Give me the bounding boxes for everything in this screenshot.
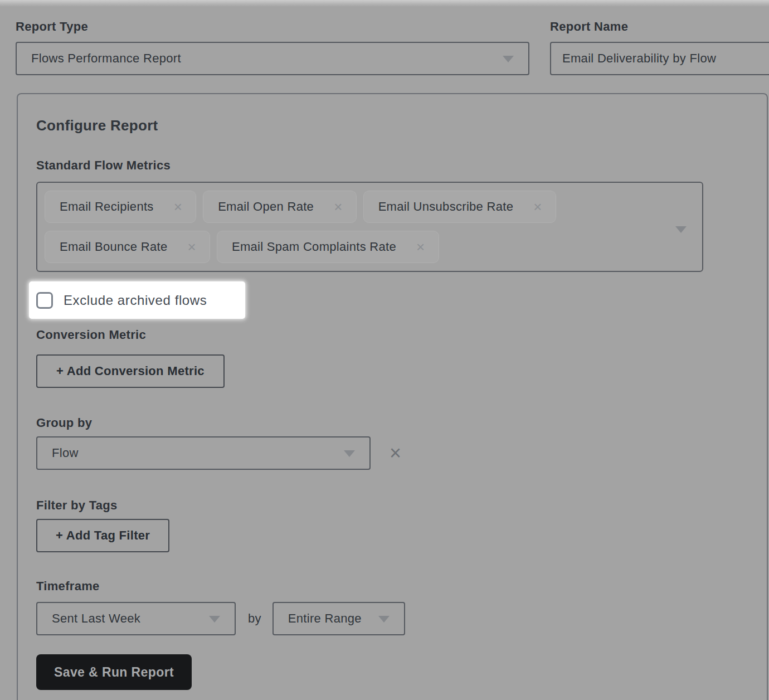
group-by-row: Flow × <box>36 436 767 470</box>
metric-chip-row: Email Recipients×Email Open Rate×Email U… <box>45 191 641 223</box>
dimmed-report-builder-page: { "report_type": { "label": "Report Type… <box>0 0 769 700</box>
chevron-down-icon <box>344 450 355 457</box>
remove-chip-icon[interactable]: × <box>187 240 196 254</box>
standard-flow-metrics-label: Standard Flow Metrics <box>36 158 767 173</box>
group-by-value: Flow <box>52 446 79 460</box>
chevron-down-icon <box>503 56 514 62</box>
filter-by-tags-label: Filter by Tags <box>36 498 767 513</box>
configure-report-title: Configure Report <box>36 116 767 134</box>
exclude-archived-checkbox[interactable] <box>36 292 53 309</box>
metric-chip-label: Email Bounce Rate <box>60 240 167 254</box>
remove-chip-icon[interactable]: × <box>416 240 425 254</box>
metric-chip-label: Email Unsubscribe Rate <box>378 200 514 214</box>
chevron-down-icon <box>209 616 220 623</box>
metric-chip: Email Spam Complaints Rate× <box>217 231 439 263</box>
metric-chip-label: Email Spam Complaints Rate <box>232 240 396 254</box>
report-type-value: Flows Performance Report <box>31 51 181 66</box>
report-type-label: Report Type <box>16 19 529 34</box>
standard-flow-metrics-multiselect[interactable]: Email Recipients×Email Open Rate×Email U… <box>36 182 703 272</box>
exclude-archived-highlight: Exclude archived flows <box>29 281 245 319</box>
add-tag-filter-button[interactable]: + Add Tag Filter <box>36 519 169 552</box>
conversion-metric-label: Conversion Metric <box>36 327 767 342</box>
group-by-select[interactable]: Flow <box>36 436 371 470</box>
timeframe-select[interactable]: Sent Last Week <box>36 602 236 635</box>
report-type-field: Report Type Flows Performance Report <box>16 19 529 75</box>
remove-chip-icon[interactable]: × <box>334 200 342 214</box>
metric-chip: Email Unsubscribe Rate× <box>363 191 556 223</box>
remove-chip-icon[interactable]: × <box>533 200 542 214</box>
timeframe-by-text: by <box>248 611 261 626</box>
metric-chip-label: Email Recipients <box>60 200 154 214</box>
report-name-field: Report Name <box>550 19 769 75</box>
timeframe-label: Timeframe <box>36 579 767 594</box>
granularity-select[interactable]: Entire Range <box>272 602 405 635</box>
chevron-down-icon <box>378 616 390 623</box>
timeframe-row: Sent Last Week by Entire Range <box>36 602 767 635</box>
add-conversion-metric-button[interactable]: + Add Conversion Metric <box>36 354 225 388</box>
remove-chip-icon[interactable]: × <box>174 200 182 214</box>
remove-group-by-icon[interactable]: × <box>390 443 401 463</box>
metric-chip: Email Open Rate× <box>203 191 357 223</box>
save-run-report-button[interactable]: Save & Run Report <box>36 654 192 690</box>
configure-report-panel: Configure Report Standard Flow Metrics E… <box>17 93 768 700</box>
granularity-value: Entire Range <box>288 611 362 626</box>
group-by-label: Group by <box>36 415 767 430</box>
report-name-input[interactable] <box>550 42 769 75</box>
exclude-archived-label: Exclude archived flows <box>64 293 207 308</box>
metric-chip-label: Email Open Rate <box>218 200 314 214</box>
report-name-label: Report Name <box>550 19 769 34</box>
chevron-down-icon <box>675 226 687 233</box>
report-type-select[interactable]: Flows Performance Report <box>16 42 529 75</box>
metric-chip: Email Recipients× <box>45 191 196 223</box>
metric-chip-row: Email Bounce Rate×Email Spam Complaints … <box>45 231 641 263</box>
timeframe-value: Sent Last Week <box>52 611 140 626</box>
top-edge-strip <box>0 0 769 7</box>
metric-chip: Email Bounce Rate× <box>45 231 210 263</box>
